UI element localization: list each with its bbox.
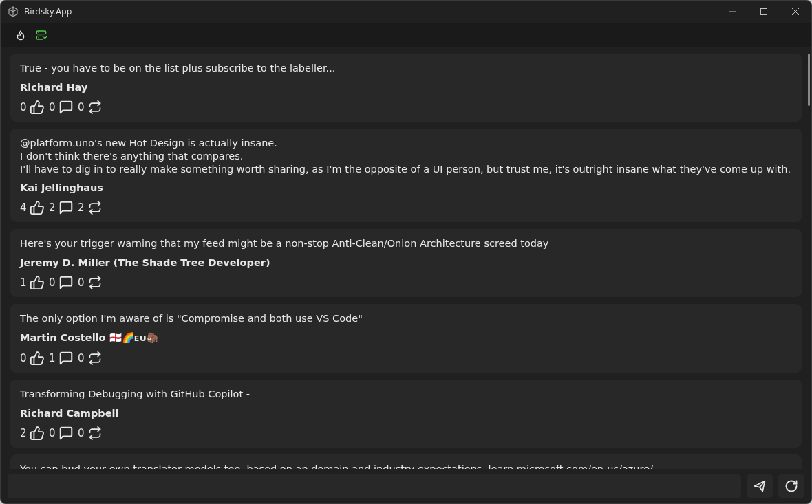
close-button[interactable]	[780, 1, 811, 23]
repost-count: 0	[78, 101, 86, 113]
repost-icon	[87, 426, 103, 441]
repost-action[interactable]: 2	[78, 200, 103, 215]
window-title: Birdsky.App	[24, 7, 716, 17]
post[interactable]: You can bud your own translator models t…	[10, 454, 802, 469]
maximize-button[interactable]	[748, 1, 780, 23]
reply-action[interactable]: 1	[49, 351, 74, 366]
like-icon	[30, 351, 45, 366]
repost-count: 0	[78, 276, 86, 289]
app-icon	[8, 6, 19, 17]
like-icon	[30, 100, 45, 115]
repost-count: 2	[78, 201, 86, 214]
like-count: 0	[20, 101, 28, 113]
reply-action[interactable]: 0	[49, 100, 74, 115]
post-text: Here's your trigger warning that my feed…	[20, 237, 792, 250]
post-author: Jeremy D. Miller (The Shade Tree Develop…	[20, 257, 792, 268]
minimize-button[interactable]	[716, 1, 748, 23]
like-action[interactable]: 4	[20, 200, 45, 215]
post-actions: 100	[20, 275, 792, 290]
send-button[interactable]	[747, 474, 773, 498]
server-check-icon[interactable]	[32, 26, 50, 44]
post-author: Kai Jellinghaus	[20, 182, 792, 193]
toolbar	[1, 23, 811, 47]
reply-action[interactable]: 0	[49, 426, 74, 441]
window-controls	[716, 1, 811, 23]
post[interactable]: Here's your trigger warning that my feed…	[10, 229, 802, 297]
post-actions: 200	[20, 426, 792, 441]
post-text: You can bud your own translator models t…	[20, 463, 792, 469]
reply-icon	[58, 351, 74, 366]
reply-action[interactable]: 2	[49, 200, 74, 215]
post-text: True - you have to be on the list plus s…	[20, 62, 792, 75]
repost-count: 0	[78, 427, 86, 439]
post-author: Richard Campbell	[20, 408, 792, 419]
post-actions: 010	[20, 351, 792, 366]
svg-rect-0	[761, 9, 767, 15]
svg-rect-2	[36, 36, 43, 39]
post-text: @platform.uno's new Hot Design is actual…	[20, 137, 792, 176]
repost-icon	[87, 351, 103, 366]
reply-action[interactable]: 0	[49, 275, 74, 290]
post-actions: 422	[20, 200, 792, 215]
reply-count: 0	[49, 101, 57, 113]
like-action[interactable]: 0	[20, 351, 45, 366]
repost-action[interactable]: 0	[78, 275, 103, 290]
reply-icon	[58, 426, 74, 441]
reply-count: 1	[49, 352, 57, 364]
post[interactable]: True - you have to be on the list plus s…	[10, 54, 802, 122]
post[interactable]: Transforming Debugging with GitHub Copil…	[10, 380, 802, 448]
repost-icon	[87, 275, 103, 290]
compose-bar	[1, 469, 811, 503]
like-count: 2	[20, 427, 28, 439]
post-author: Martin Costello 🏴󠁧󠁢󠁥󠁮󠁧󠁿🌈ᴇᴜ🦣	[20, 332, 792, 344]
flame-icon[interactable]	[12, 26, 30, 44]
reply-count: 0	[49, 427, 57, 439]
like-icon	[30, 275, 45, 290]
repost-count: 0	[78, 352, 86, 364]
column-handle-icon[interactable]	[6, 29, 8, 41]
like-count: 1	[20, 276, 28, 289]
like-action[interactable]: 0	[20, 100, 45, 115]
repost-icon	[87, 100, 103, 115]
post-actions: 000	[20, 100, 792, 115]
repost-action[interactable]: 0	[78, 100, 103, 115]
reply-icon	[58, 200, 74, 215]
repost-action[interactable]: 0	[78, 351, 103, 366]
reply-icon	[58, 100, 74, 115]
svg-rect-1	[36, 31, 45, 34]
repost-action[interactable]: 0	[78, 426, 103, 441]
post[interactable]: @platform.uno's new Hot Design is actual…	[10, 129, 802, 223]
app-window: Birdsky.App	[0, 0, 812, 504]
repost-icon	[87, 200, 103, 215]
refresh-button[interactable]	[778, 474, 804, 498]
post-text: Transforming Debugging with GitHub Copil…	[20, 388, 792, 401]
post[interactable]: The only option I'm aware of is "Comprom…	[10, 304, 802, 373]
titlebar: Birdsky.App	[1, 1, 811, 23]
like-action[interactable]: 2	[20, 426, 45, 441]
reply-count: 2	[49, 201, 57, 214]
post-author: Richard Hay	[20, 82, 792, 93]
post-text: The only option I'm aware of is "Comprom…	[20, 312, 792, 325]
like-count: 4	[20, 201, 28, 214]
reply-icon	[58, 275, 74, 290]
like-count: 0	[20, 352, 28, 364]
reply-count: 0	[49, 276, 57, 289]
like-icon	[30, 426, 45, 441]
like-icon	[30, 200, 45, 215]
scrollbar-thumb[interactable]	[808, 54, 810, 106]
feed-scroll-area[interactable]: True - you have to be on the list plus s…	[1, 47, 811, 469]
compose-input[interactable]	[8, 474, 741, 498]
like-action[interactable]: 1	[20, 275, 45, 290]
